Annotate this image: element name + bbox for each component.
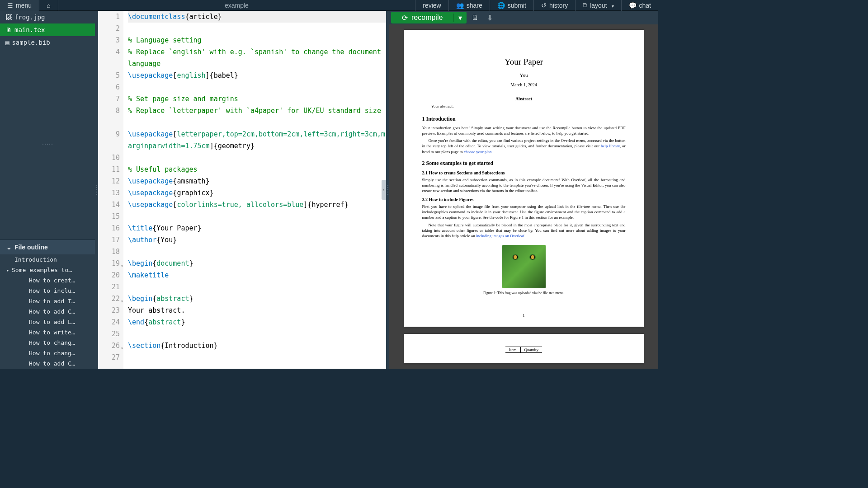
- code-line[interactable]: % Useful packages: [128, 164, 386, 175]
- pdf-subsection-heading: 2.1 How to create Sections and Subsectio…: [422, 170, 626, 175]
- pdf-paragraph: First you have to upload the image file …: [422, 204, 626, 220]
- outline-item[interactable]: How to write…: [0, 327, 95, 338]
- code-line[interactable]: [128, 246, 386, 258]
- recompile-dropdown[interactable]: ▾: [453, 14, 467, 22]
- gutter-line: 26▾: [98, 340, 120, 352]
- outline-item[interactable]: How to add C…: [0, 358, 95, 369]
- horizontal-splitter[interactable]: [0, 143, 95, 146]
- pdf-link-images[interactable]: including images on Overleaf: [476, 234, 524, 238]
- file-item-sample-bib[interactable]: ▤sample.bib: [0, 36, 95, 49]
- code-line[interactable]: [128, 281, 386, 293]
- submit-button[interactable]: 🌐submit: [490, 0, 533, 11]
- home-button[interactable]: ⌂: [39, 0, 58, 11]
- outline-item[interactable]: How to chang…: [0, 338, 95, 348]
- pdf-abstract-heading: Abstract: [422, 96, 626, 101]
- code-line[interactable]: [128, 152, 386, 164]
- recompile-button[interactable]: ⟳ recompile: [391, 14, 453, 22]
- submit-icon: 🌐: [497, 2, 505, 9]
- pdf-panel: ⟳ recompile ▾ 🗎 ⇩ Your Paper You March 1…: [389, 11, 658, 369]
- gutter-line: 19▾: [98, 258, 120, 269]
- vertical-splitter-right[interactable]: [386, 11, 389, 369]
- code-line[interactable]: \maketitle: [128, 269, 386, 281]
- share-icon: 👥: [456, 2, 464, 9]
- code-line[interactable]: [128, 211, 386, 222]
- pdf-paragraph: Note that your figure will automatically…: [422, 222, 626, 239]
- code-line[interactable]: % Replace `english' with e.g. `spanish' …: [128, 46, 386, 70]
- top-toolbar: ☰ menu ⌂ example review 👥share 🌐submit ↺…: [0, 0, 658, 11]
- code-line[interactable]: [128, 352, 386, 363]
- code-line[interactable]: % Replace `letterpaper' with `a4paper' f…: [128, 105, 386, 128]
- pdf-subsection-heading: 2.2 How to include Figures: [422, 197, 626, 202]
- file-item-frog-jpg[interactable]: 🖼frog.jpg: [0, 11, 95, 23]
- collapse-right-handle[interactable]: ›: [382, 180, 386, 200]
- code-line[interactable]: \end{abstract}: [128, 316, 386, 328]
- code-line[interactable]: \documentclass{article}: [128, 11, 386, 23]
- pdf-figure-caption: Figure 1: This frog was uploaded via the…: [422, 291, 626, 295]
- file-name: main.tex: [14, 26, 45, 33]
- outline-item[interactable]: How to add L…: [0, 317, 95, 327]
- chevron-down-icon: [610, 2, 614, 9]
- file-item-main-tex[interactable]: 🗎main.tex: [0, 23, 95, 36]
- outline-item[interactable]: Introduction: [0, 254, 95, 265]
- pdf-table: ItemQuantity: [505, 347, 542, 353]
- project-title: example: [58, 2, 415, 9]
- line-gutter: 12345678910111213141516171819▾202122▾232…: [98, 11, 123, 369]
- fold-marker[interactable]: ▾: [121, 260, 123, 272]
- menu-icon: ☰: [7, 2, 13, 9]
- layout-button[interactable]: ⧉layout: [575, 0, 621, 11]
- editor-panel[interactable]: ‹ 12345678910111213141516171819▾202122▾2…: [98, 11, 386, 369]
- outline-header[interactable]: ⌄ File outline: [0, 240, 95, 254]
- pdf-paragraph: Once you're familiar with the editor, yo…: [422, 138, 626, 154]
- code-line[interactable]: \usepackage{graphicx}: [128, 187, 386, 199]
- fold-marker[interactable]: ▾: [121, 296, 123, 307]
- outline-item[interactable]: How to inclu…: [0, 286, 95, 296]
- gutter-line: 6: [98, 81, 120, 93]
- code-line[interactable]: \usepackage[letterpaper,top=2cm,bottom=2…: [128, 128, 386, 152]
- gutter-line: 18: [98, 246, 120, 258]
- outline-item[interactable]: How to chang…: [0, 348, 95, 358]
- download-button[interactable]: ⇩: [484, 12, 495, 23]
- chevron-down-icon: ▾: [458, 14, 462, 22]
- chat-button[interactable]: 💬chat: [621, 0, 658, 11]
- fold-marker[interactable]: ▾: [121, 343, 123, 354]
- outline-item[interactable]: How to add C…: [0, 306, 95, 317]
- gutter-line: 1: [98, 11, 120, 23]
- code-line[interactable]: \usepackage{amsmath}: [128, 175, 386, 187]
- review-button[interactable]: review: [415, 0, 448, 11]
- image-icon: 🖼: [5, 14, 12, 21]
- vertical-splitter-left[interactable]: [95, 11, 98, 369]
- history-button[interactable]: ↺history: [533, 0, 575, 11]
- gutter-line: 5: [98, 70, 120, 81]
- gutter-line: 11: [98, 164, 120, 175]
- outline-item[interactable]: How to add T…: [0, 296, 95, 306]
- code-area[interactable]: \documentclass{article} % Language setti…: [123, 11, 386, 369]
- gutter-line: 2: [98, 23, 120, 34]
- code-line[interactable]: \begin{document}: [128, 258, 386, 269]
- code-line[interactable]: \author{You}: [128, 234, 386, 246]
- pdf-link-help-library[interactable]: help library: [601, 144, 620, 148]
- code-line[interactable]: % Language setting: [128, 34, 386, 46]
- code-line[interactable]: \usepackage[english]{babel}: [128, 70, 386, 81]
- code-line[interactable]: \begin{abstract}: [128, 293, 386, 305]
- pdf-link-choose-plan[interactable]: choose your plan: [464, 150, 491, 154]
- outline-item[interactable]: Some examples to…: [0, 265, 95, 275]
- code-line[interactable]: \usepackage[colorlinks=true, allcolors=b…: [128, 199, 386, 211]
- menu-button[interactable]: ☰ menu: [0, 0, 39, 11]
- code-line[interactable]: % Set page size and margins: [128, 93, 386, 105]
- pdf-viewer[interactable]: Your Paper You March 1, 2024 Abstract Yo…: [389, 24, 658, 369]
- outline-item[interactable]: How to creat…: [0, 275, 95, 286]
- gutter-line: 25: [98, 328, 120, 340]
- gutter-line: 7: [98, 93, 120, 105]
- logs-button[interactable]: 🗎: [469, 12, 481, 23]
- code-line[interactable]: \section{Introduction}: [128, 340, 386, 352]
- code-line[interactable]: Your abstract.: [128, 305, 386, 316]
- gutter-line: 10: [98, 152, 120, 164]
- pdf-section-2-heading: 2 Some examples to get started: [422, 160, 626, 167]
- code-line[interactable]: \title{Your Paper}: [128, 222, 386, 234]
- file-icon: 🗎: [472, 14, 479, 22]
- code-line[interactable]: [128, 23, 386, 34]
- share-button[interactable]: 👥share: [448, 0, 490, 11]
- code-line[interactable]: [128, 81, 386, 93]
- pdf-abstract: Your abstract.: [422, 104, 626, 108]
- code-line[interactable]: [128, 328, 386, 340]
